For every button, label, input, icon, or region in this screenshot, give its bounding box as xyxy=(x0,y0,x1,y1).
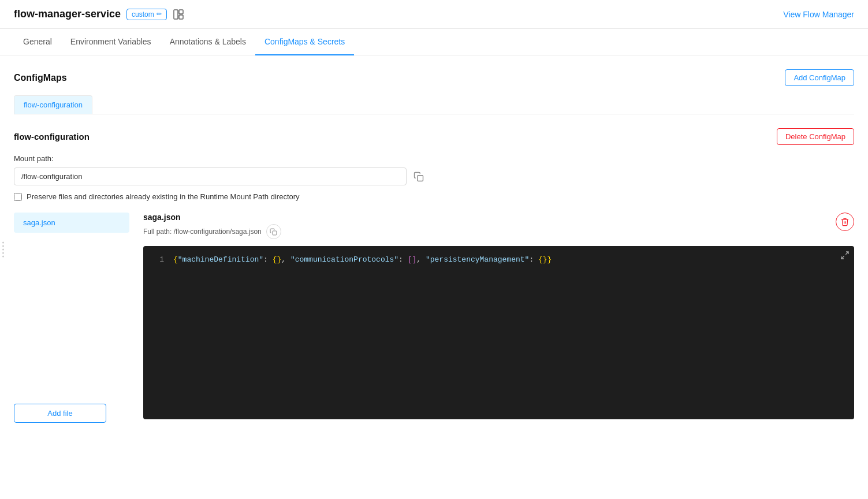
main-content: ConfigMaps Add ConfigMap flow-configurat… xyxy=(0,55,868,437)
svg-rect-4 xyxy=(273,230,277,234)
code-editor[interactable]: 1 {"machineDefinition": {}, "communicati… xyxy=(143,246,854,419)
badge-label: custom xyxy=(132,10,154,18)
service-title: flow-manager-service xyxy=(14,8,121,20)
config-tabs: flow-configuration xyxy=(14,95,854,114)
configmaps-title: ConfigMaps xyxy=(14,73,67,83)
file-content-header: saga.json Full path: /flow-configuration… xyxy=(143,213,854,239)
drag-dot xyxy=(2,249,4,251)
svg-rect-3 xyxy=(418,175,423,181)
configmaps-section-header: ConfigMaps Add ConfigMap xyxy=(14,69,854,86)
add-configmap-button[interactable]: Add ConfigMap xyxy=(785,69,854,86)
flow-config-header: flow-configuration Delete ConfigMap xyxy=(14,128,854,145)
full-path-row: Full path: /flow-configuration/saga.json xyxy=(143,224,281,239)
file-content-area: saga.json Full path: /flow-configuration… xyxy=(129,213,854,423)
preserve-checkbox[interactable] xyxy=(14,193,22,201)
tab-general[interactable]: General xyxy=(14,29,61,55)
line-number: 1 xyxy=(152,255,164,264)
svg-rect-2 xyxy=(179,15,183,19)
delete-configmap-button[interactable]: Delete ConfigMap xyxy=(777,128,854,145)
file-info: saga.json Full path: /flow-configuration… xyxy=(143,213,281,239)
flow-config-title: flow-configuration xyxy=(14,132,90,141)
code-line-1: 1 {"machineDefinition": {}, "communicati… xyxy=(152,255,845,264)
file-sidebar: saga.json Add file xyxy=(14,213,129,423)
tab-env-vars[interactable]: Environment Variables xyxy=(61,29,161,55)
add-file-button[interactable]: Add file xyxy=(14,404,106,423)
file-item-saga-json[interactable]: saga.json xyxy=(14,213,129,233)
copy-mount-path-button[interactable] xyxy=(411,169,426,184)
svg-line-5 xyxy=(845,252,848,255)
drag-dot xyxy=(2,242,4,244)
view-flow-manager-link[interactable]: View Flow Manager xyxy=(783,10,854,19)
mount-path-input[interactable] xyxy=(14,167,407,185)
drag-dot xyxy=(2,245,4,247)
edit-icon: ✏ xyxy=(157,10,162,18)
layout-icon[interactable] xyxy=(173,9,184,20)
mount-path-row xyxy=(14,167,854,185)
config-tab-flow-configuration[interactable]: flow-configuration xyxy=(14,95,92,114)
file-name: saga.json xyxy=(143,213,281,222)
mount-path-label: Mount path: xyxy=(14,154,854,163)
code-expand-button[interactable] xyxy=(840,251,850,262)
header: flow-manager-service custom ✏ View Flow … xyxy=(0,0,868,29)
svg-line-6 xyxy=(841,256,844,259)
tabs-bar: General Environment Variables Annotation… xyxy=(0,29,868,55)
drag-dot xyxy=(2,256,4,258)
drag-dot xyxy=(2,252,4,254)
custom-badge[interactable]: custom ✏ xyxy=(126,9,167,20)
tab-annotations[interactable]: Annotations & Labels xyxy=(161,29,255,55)
code-text: {"machineDefinition": {}, "communication… xyxy=(173,255,552,264)
svg-rect-1 xyxy=(179,10,183,14)
full-path-text: Full path: /flow-configuration/saga.json xyxy=(143,228,262,236)
preserve-checkbox-row: Preserve files and directories already e… xyxy=(14,192,854,201)
header-left: flow-manager-service custom ✏ xyxy=(14,8,184,20)
drag-handle[interactable] xyxy=(0,237,6,262)
svg-rect-0 xyxy=(174,10,178,19)
tab-configmaps[interactable]: ConfigMaps & Secrets xyxy=(255,29,354,55)
file-layout: saga.json Add file saga.json Full path: … xyxy=(14,213,854,423)
delete-file-button[interactable] xyxy=(836,213,854,231)
copy-path-button[interactable] xyxy=(266,224,281,239)
preserve-label: Preserve files and directories already e… xyxy=(27,192,300,201)
